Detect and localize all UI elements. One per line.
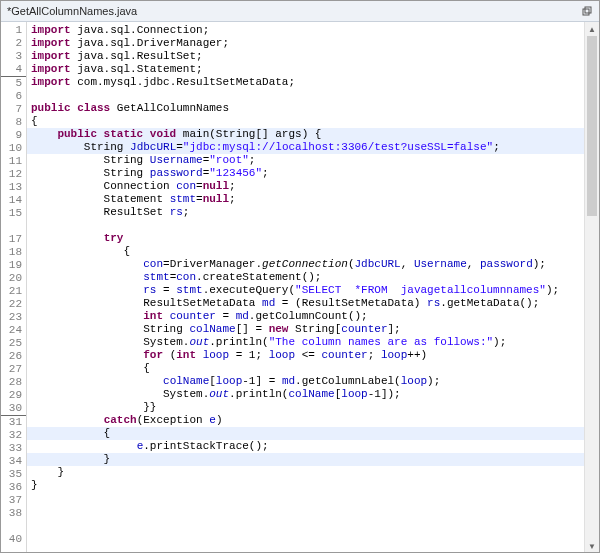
code-line[interactable]: { — [31, 362, 584, 375]
code-line[interactable]: Statement stmt=null; — [31, 193, 584, 206]
code-line[interactable] — [31, 219, 584, 232]
line-number: 7 — [1, 103, 26, 116]
scroll-up-arrow[interactable]: ▲ — [585, 22, 599, 36]
code-line[interactable]: try — [31, 232, 584, 245]
code-line[interactable]: { — [31, 115, 584, 128]
line-number: 35 — [1, 468, 26, 481]
code-line[interactable] — [31, 518, 584, 531]
scroll-thumb[interactable] — [587, 36, 597, 216]
scroll-down-arrow[interactable]: ▼ — [585, 539, 599, 553]
line-number: 9 — [1, 129, 26, 142]
code-line[interactable]: }} — [31, 401, 584, 414]
code-line[interactable]: public class GetAllColumnNames — [31, 102, 584, 115]
code-line[interactable] — [31, 89, 584, 102]
line-number: 22 — [1, 298, 26, 311]
svg-rect-1 — [585, 7, 591, 13]
code-line[interactable]: import java.sql.ResultSet; — [31, 50, 584, 63]
code-line[interactable]: ResultSet rs; — [31, 206, 584, 219]
line-number: 19 — [1, 259, 26, 272]
line-number: 29 — [1, 389, 26, 402]
line-number: 6 — [1, 90, 26, 103]
code-line[interactable]: ResultSetMetaData md = (ResultSetMetaDat… — [31, 297, 584, 310]
code-line[interactable]: import java.sql.DriverManager; — [31, 37, 584, 50]
code-line[interactable]: colName[loop-1] = md.getColumnLabel(loop… — [31, 375, 584, 388]
line-number: 15 — [1, 207, 26, 220]
line-number: 40 — [1, 533, 26, 546]
code-line[interactable]: stmt=con.createStatement(); — [31, 271, 584, 284]
line-number: 30 — [1, 402, 26, 416]
line-number: 38 — [1, 507, 26, 520]
code-line[interactable]: catch(Exception e) — [31, 414, 584, 427]
restore-icon[interactable] — [581, 5, 593, 17]
code-line[interactable]: con=DriverManager.getConnection(JdbcURL,… — [31, 258, 584, 271]
line-number: 26 — [1, 350, 26, 363]
line-number — [1, 220, 26, 233]
svg-rect-0 — [583, 9, 589, 15]
line-number: 13 — [1, 181, 26, 194]
line-number: 1 — [1, 24, 26, 37]
code-line[interactable] — [31, 492, 584, 505]
line-number: 10 — [1, 142, 26, 155]
editor-pane: 1234567891011121314151718192021222324252… — [1, 22, 599, 553]
code-line[interactable]: e.printStackTrace(); — [31, 440, 584, 453]
code-line[interactable]: String colName[] = new String[counter]; — [31, 323, 584, 336]
code-line[interactable]: System.out.println(colName[loop-1]); — [31, 388, 584, 401]
code-line[interactable]: import com.mysql.jdbc.ResultSetMetaData; — [31, 76, 584, 89]
code-line[interactable]: String JdbcURL="jdbc:mysql://localhost:3… — [27, 141, 584, 154]
code-line[interactable]: { — [27, 427, 584, 440]
line-number: 25 — [1, 337, 26, 350]
vertical-scrollbar[interactable]: ▲ ▼ — [584, 22, 599, 553]
code-line[interactable] — [31, 505, 584, 518]
code-line[interactable]: String password="123456"; — [31, 167, 584, 180]
line-number: 5 — [1, 77, 26, 90]
line-number: 36 — [1, 481, 26, 494]
line-number: 14 — [1, 194, 26, 207]
line-number: 34 — [1, 455, 26, 468]
line-number: 12 — [1, 168, 26, 181]
line-number: 8 — [1, 116, 26, 129]
code-line[interactable]: import java.sql.Connection; — [31, 24, 584, 37]
line-number: 31 — [1, 416, 26, 429]
code-line[interactable]: System.out.println("The column names are… — [31, 336, 584, 349]
line-number: 20 — [1, 272, 26, 285]
line-number-gutter: 1234567891011121314151718192021222324252… — [1, 22, 27, 553]
line-number: 4 — [1, 63, 26, 77]
code-line[interactable]: for (int loop = 1; loop <= counter; loop… — [31, 349, 584, 362]
code-line[interactable]: } — [31, 466, 584, 479]
line-number — [1, 520, 26, 533]
code-line[interactable]: import java.sql.Statement; — [31, 63, 584, 76]
code-line[interactable]: String Username="root"; — [31, 154, 584, 167]
code-line[interactable]: Connection con=null; — [31, 180, 584, 193]
line-number: 17 — [1, 233, 26, 246]
code-line[interactable]: } — [27, 453, 584, 466]
line-number: 37 — [1, 494, 26, 507]
line-number: 32 — [1, 429, 26, 442]
editor-tab-filename[interactable]: *GetAllColumnNames.java — [7, 5, 137, 17]
line-number: 33 — [1, 442, 26, 455]
line-number: 24 — [1, 324, 26, 337]
code-line[interactable]: rs = stmt.executeQuery("SELECT *FROM jav… — [31, 284, 584, 297]
line-number: 27 — [1, 363, 26, 376]
code-line[interactable]: } — [31, 479, 584, 492]
editor-tab-bar: *GetAllColumnNames.java — [1, 1, 599, 22]
code-line[interactable]: { — [31, 245, 584, 258]
line-number: 28 — [1, 376, 26, 389]
line-number: 18 — [1, 246, 26, 259]
line-number: 3 — [1, 50, 26, 63]
line-number: 2 — [1, 37, 26, 50]
line-number: 23 — [1, 311, 26, 324]
code-line[interactable]: public static void main(String[] args) { — [27, 128, 584, 141]
line-number: 11 — [1, 155, 26, 168]
line-number: 21 — [1, 285, 26, 298]
code-line[interactable]: int counter = md.getColumnCount(); — [31, 310, 584, 323]
code-line[interactable] — [31, 531, 584, 544]
code-area[interactable]: import java.sql.Connection;import java.s… — [27, 22, 584, 553]
